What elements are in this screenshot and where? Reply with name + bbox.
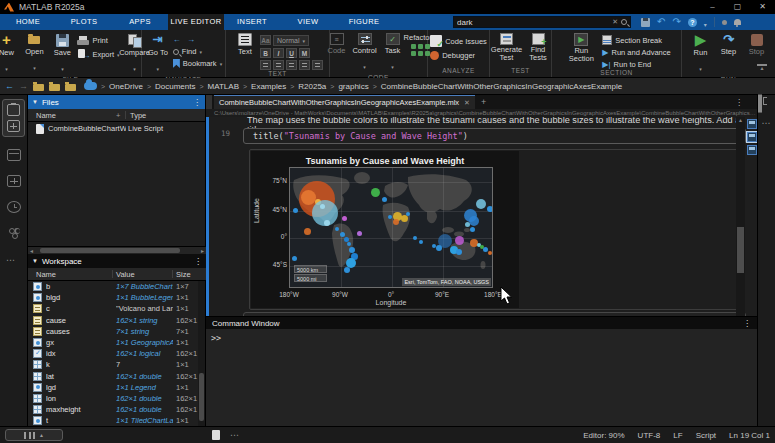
workspace-row[interactable]: b1×7 BubbleChart1×7 [28, 281, 199, 292]
generate-test-button[interactable]: Generate Test [490, 32, 523, 64]
redo-icon[interactable]: ↷ [672, 17, 680, 27]
view-output-right-toggle-icon[interactable] [747, 145, 757, 155]
status-more-icon[interactable]: ⋯ [230, 430, 240, 440]
text-style-dropdown[interactable]: Normal [273, 35, 309, 46]
up-folder-icon[interactable] [65, 82, 76, 91]
profiler-panel-icon[interactable] [760, 94, 762, 113]
onedrive-cloud-icon[interactable] [84, 82, 97, 90]
goto-button[interactable]: ⇥ Go To [145, 32, 171, 76]
collapse-workspace-icon[interactable]: ▼ [32, 258, 38, 264]
files-menu-icon[interactable]: ⋮ [193, 98, 201, 107]
workspace-row[interactable]: cause162×1 string162×1 [28, 315, 199, 326]
forward-icon[interactable]: → [19, 81, 28, 91]
text-button[interactable]: Text [232, 32, 258, 57]
editor-scrollbar-thumb[interactable] [737, 227, 744, 273]
close-button[interactable]: ✕ [750, 0, 775, 14]
help-icon[interactable]: ? [688, 18, 697, 27]
breadcrumb-item[interactable]: CombineBubbleChartWithOtherGraphicsInGeo… [381, 82, 622, 91]
monospace-button[interactable]: M [299, 48, 310, 58]
quick-save-icon[interactable] [641, 18, 650, 27]
ribbon-tab-insert[interactable]: INSERT [224, 14, 280, 30]
ribbon-tab-live-editor[interactable]: LIVE EDITOR [168, 14, 224, 30]
breadcrumb-item[interactable]: OneDrive [109, 82, 143, 91]
control-button[interactable]: Control [352, 32, 378, 74]
find-tests-button[interactable]: Find Tests [525, 32, 551, 64]
new-folder-icon[interactable] [33, 82, 44, 91]
align-center-button[interactable] [273, 60, 284, 70]
project-panel-icon[interactable] [7, 149, 21, 161]
code-issues-button[interactable]: Code Issues [430, 35, 487, 47]
open-location-icon[interactable] [49, 82, 60, 91]
workspace-row[interactable]: lgd1×1 Legend1×1 [28, 382, 199, 393]
debugger-button[interactable]: Debugger [430, 50, 487, 60]
step-button[interactable]: ↷ Step [716, 32, 742, 57]
stop-button[interactable]: Stop [744, 32, 770, 57]
open-button[interactable]: Open [21, 32, 47, 75]
breadcrumb-item[interactable]: Examples [251, 82, 286, 91]
files-column-headers[interactable]: Name + Type [28, 109, 205, 122]
scroll-up-icon[interactable]: ▲ [736, 117, 745, 124]
bullet-list-button[interactable] [299, 60, 310, 70]
clear-search-icon[interactable]: ✕ [612, 18, 618, 26]
breadcrumb-item[interactable]: Documents [155, 82, 195, 91]
collaboration-panel-icon[interactable] [7, 227, 21, 239]
status-file-icon[interactable] [212, 430, 220, 440]
workspace-row[interactable]: gx1×1 GeographicA...1×1 [28, 337, 199, 348]
run-section-button[interactable]: Run Section [562, 32, 600, 65]
figure-image[interactable]: Tsunamis by Cause and Wave Height [251, 151, 519, 308]
align-right-button[interactable] [286, 60, 297, 70]
files-panel-header[interactable]: ▼ Files ⋮ [28, 95, 205, 109]
code-line[interactable]: title("Tsunamis by Cause and Wave Height… [243, 128, 746, 144]
editor-tab[interactable]: CombineBubbleChartWithOtherGraphicsInGeo… [214, 95, 475, 109]
maximize-button[interactable]: ▢ [725, 0, 750, 14]
more-right-panels-icon[interactable]: ⋯ [758, 118, 775, 128]
workspace-row[interactable]: causes7×1 string7×1 [28, 326, 199, 337]
underline-button[interactable]: U [286, 48, 297, 58]
numbered-list-button[interactable] [312, 60, 323, 70]
files-panel-icon[interactable] [7, 104, 20, 116]
workspace-menu-icon[interactable]: ⋮ [194, 257, 202, 266]
collapse-ribbon-icon[interactable]: ▴ [757, 64, 767, 71]
search-icon[interactable] [621, 19, 627, 25]
layout-button[interactable]: ▲ [5, 429, 63, 441]
run-button[interactable]: ▶ Run [688, 32, 714, 76]
workspace-scrollbar[interactable] [198, 281, 205, 426]
back-icon[interactable]: ← [5, 81, 14, 91]
workspace-row[interactable]: blgd1×1 BubbleLegend1×1 [28, 292, 199, 303]
breadcrumb-item[interactable]: MATLAB [208, 82, 239, 91]
minimize-button[interactable]: – [700, 0, 725, 14]
command-window-menu-icon[interactable]: ⋮ [743, 319, 751, 328]
doc-search-box[interactable]: ✕ [453, 16, 631, 28]
new-tab-button[interactable]: + [481, 97, 486, 107]
workspace-row[interactable]: maxheight162×1 double162×1 [28, 404, 199, 415]
breadcrumb-item[interactable]: graphics [338, 82, 368, 91]
command-window[interactable]: >> [206, 329, 757, 426]
bold-button[interactable]: B [260, 48, 271, 58]
command-window-header[interactable]: Command Window ⋮ [206, 316, 757, 329]
export-button[interactable]: Export [77, 49, 119, 59]
files-horizontal-scrollbar[interactable]: ◂▸ [28, 246, 206, 254]
workspace-row[interactable]: t1×1 TiledChartLay...1×1 [28, 415, 199, 426]
view-output-inline-toggle-icon[interactable] [747, 132, 757, 142]
bookmark-button[interactable]: Bookmark [173, 59, 222, 68]
run-to-end-button[interactable]: ▶| Run to End [602, 60, 670, 69]
new-button[interactable]: + New [0, 32, 19, 76]
search-input[interactable] [457, 18, 609, 27]
file-row[interactable]: CombineBubbleChartWithO... Live Script [28, 122, 205, 135]
tab-overflow-handle[interactable] [206, 95, 212, 109]
run-and-advance-button[interactable]: ▶ Run and Advance [602, 48, 670, 57]
notifications-bell-icon[interactable] [734, 19, 741, 25]
code-button[interactable]: ≡ Code [324, 32, 350, 56]
nav-history-arrows[interactable]: ← → [173, 35, 222, 44]
workspace-row[interactable]: idx162×1 logical162×1 [28, 348, 199, 359]
undo-icon[interactable]: ↶ [657, 17, 665, 27]
section-break-button[interactable]: Section Break [602, 35, 670, 45]
workspace-panel-header[interactable]: ▼ Workspace ⋮ [28, 254, 206, 268]
workspace-row[interactable]: lat162×1 double162×1 [28, 371, 199, 382]
ribbon-tab-figure[interactable]: FIGURE [336, 14, 392, 30]
history-panel-icon[interactable] [7, 201, 21, 213]
collapse-files-icon[interactable]: ▼ [32, 99, 38, 105]
align-left-button[interactable] [260, 60, 271, 70]
save-button[interactable]: Save [49, 32, 75, 76]
workspace-row[interactable]: k71×1 [28, 359, 199, 370]
